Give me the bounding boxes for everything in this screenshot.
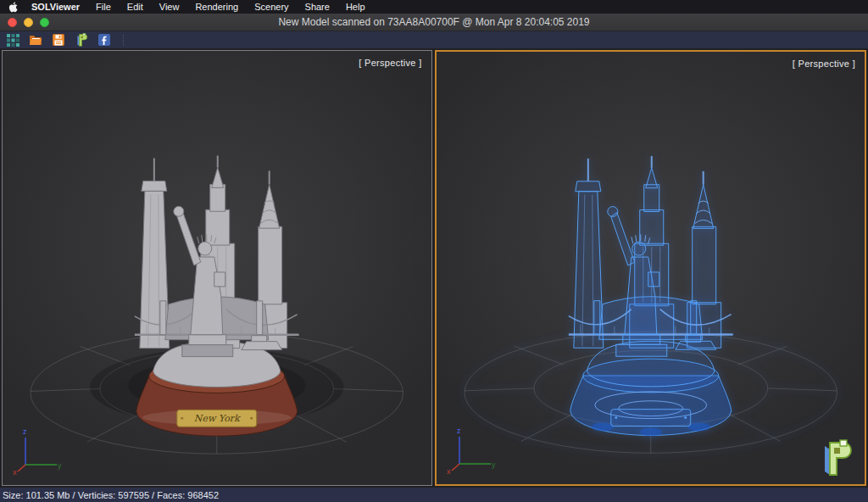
grid-icon[interactable] [6, 33, 19, 47]
window-title: New Model scanned on 73AA8A00700F @ Mon … [278, 16, 589, 28]
menu-view[interactable]: View [159, 2, 180, 12]
menu-share[interactable]: Share [305, 2, 330, 12]
axis-gizmo: z y x [445, 425, 496, 476]
close-button[interactable] [8, 18, 17, 27]
axis-gizmo: z y x [11, 426, 62, 477]
menu-bar: SOLViewer File Edit View Rendering Scene… [0, 0, 868, 14]
model-3d-render: New York [3, 51, 431, 485]
menu-scenery[interactable]: Scenery [254, 2, 288, 12]
toolbar-separator [123, 35, 124, 46]
menu-file[interactable]: File [96, 2, 111, 12]
axis-z-label: z [23, 427, 27, 436]
window-controls [8, 18, 49, 27]
axis-x-label: x [13, 468, 17, 477]
p-logo-watermark-icon [820, 439, 854, 477]
model-render-wireframe: New York [437, 52, 865, 484]
viewport-area: New York [ Perspective ] z y x [0, 48, 868, 488]
apple-icon [8, 2, 18, 13]
axis-z-label: z [457, 427, 461, 435]
toolbar [0, 31, 868, 48]
save-icon[interactable] [52, 33, 65, 47]
axis-y-label: y [58, 461, 62, 470]
viewport-right-projection-label[interactable]: [ Perspective ] [793, 59, 855, 69]
axis-gizmo-right: z y x [445, 425, 496, 476]
plaque-text: New York [194, 413, 241, 424]
facebook-icon[interactable] [97, 33, 111, 47]
status-text: Size: 101.35 Mb / Verticies: 597595 / Fa… [3, 490, 219, 500]
menu-edit[interactable]: Edit [127, 2, 143, 12]
menu-help[interactable]: Help [346, 2, 365, 12]
status-bar: Size: 101.35 Mb / Verticies: 597595 / Fa… [0, 488, 868, 502]
model-render-solid: New York [3, 51, 431, 485]
title-bar: New Model scanned on 73AA8A00700F @ Mon … [0, 14, 868, 31]
axis-gizmo-left: z y x [11, 426, 62, 477]
viewport-right-active[interactable]: New York [ Perspective ] z y x [435, 50, 867, 486]
model-3d-render: New York [437, 52, 865, 484]
model-plaque: New York [610, 410, 690, 427]
axis-x-label: x [447, 467, 451, 476]
open-folder-icon[interactable] [29, 33, 42, 47]
menu-app-name[interactable]: SOLViewer [31, 2, 80, 12]
viewport-left-projection-label[interactable]: [ Perspective ] [359, 58, 421, 68]
viewport-left[interactable]: New York [ Perspective ] z y x [2, 50, 432, 486]
menu-rendering[interactable]: Rendering [195, 2, 238, 12]
p-logo-icon[interactable] [75, 33, 88, 47]
apple-menu[interactable] [8, 2, 18, 13]
minimize-button[interactable] [24, 18, 33, 27]
maximize-button[interactable] [40, 18, 49, 27]
model-plaque: New York [177, 410, 257, 427]
axis-y-label: y [492, 460, 496, 469]
